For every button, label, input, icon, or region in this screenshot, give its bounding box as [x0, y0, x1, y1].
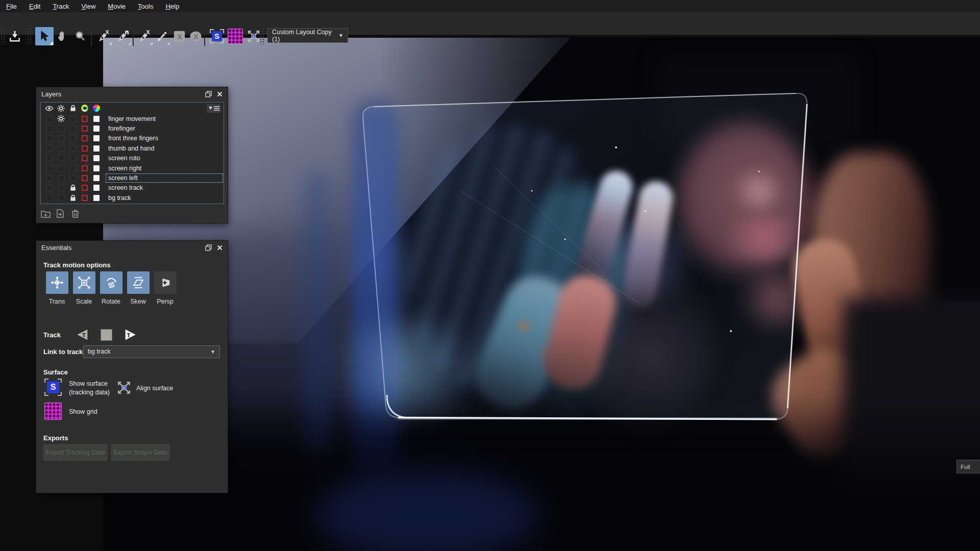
layer-matte-swatch[interactable]	[90, 114, 102, 123]
motion-scale-button[interactable]	[73, 271, 95, 294]
show-surface-label[interactable]: Show surface (tracking data)	[69, 380, 110, 397]
pan-tool-button[interactable]	[54, 27, 71, 45]
layer-row[interactable]: finger movement	[41, 114, 224, 123]
layer-gear-cell[interactable]	[55, 114, 67, 123]
show-surface-toggle[interactable]: S	[208, 27, 226, 45]
layer-gear-cell[interactable]	[55, 163, 67, 173]
menu-edit[interactable]: Edit	[29, 3, 40, 10]
create-magnetic-spline-tool-button[interactable]	[114, 27, 132, 45]
close-icon[interactable]	[217, 91, 223, 97]
show-surface-button[interactable]: S	[44, 379, 62, 396]
create-xspline-tool-button[interactable]: X	[95, 27, 112, 45]
trash-icon[interactable]	[70, 209, 80, 218]
layer-matte-swatch[interactable]	[90, 183, 102, 193]
layer-matte-swatch[interactable]	[90, 193, 102, 203]
show-grid-label[interactable]: Show grid	[69, 408, 97, 416]
layer-name[interactable]: front three fingers	[108, 135, 158, 142]
align-surface-label[interactable]: Align surface	[136, 384, 173, 393]
layer-lock-cell[interactable]	[67, 143, 79, 153]
layer-lock-cell[interactable]	[67, 123, 79, 133]
brush-tool-button[interactable]	[153, 27, 170, 45]
layer-name[interactable]: thumb and hand	[108, 145, 154, 152]
gear-icon[interactable]	[55, 105, 67, 112]
lock-icon[interactable]	[67, 105, 79, 112]
menu-file[interactable]: File	[6, 3, 17, 10]
layer-row[interactable]: forefinger	[41, 123, 224, 133]
layer-spline-color-swatch[interactable]	[79, 123, 90, 133]
layer-matte-swatch[interactable]	[90, 123, 102, 133]
layer-gear-cell[interactable]	[55, 183, 67, 193]
layer-visibility-cell[interactable]	[43, 114, 55, 123]
layer-visibility-cell[interactable]	[43, 173, 55, 183]
export-shape-data-button[interactable]: Export Shape Data	[111, 444, 169, 461]
layer-visibility-cell[interactable]	[43, 183, 55, 193]
show-grid-button[interactable]	[44, 403, 62, 420]
align-surface-button[interactable]: s	[116, 380, 132, 398]
layer-spline-color-swatch[interactable]	[79, 114, 90, 123]
layer-row[interactable]: screen left	[41, 173, 224, 183]
layer-visibility-cell[interactable]	[43, 163, 55, 173]
rect-xspline-tool-button[interactable]: X	[170, 27, 188, 45]
layers-panel-titlebar[interactable]: Layers	[36, 87, 228, 101]
motion-rotate-button[interactable]	[100, 271, 122, 294]
layer-lock-cell[interactable]	[67, 173, 79, 183]
layer-matte-swatch[interactable]	[90, 173, 102, 183]
color-wheel-icon[interactable]	[90, 105, 102, 112]
ellipse-xspline-tool-button[interactable]: X	[187, 27, 204, 45]
layer-gear-cell[interactable]	[55, 143, 67, 153]
show-grid-toggle[interactable]	[227, 27, 244, 45]
layer-row[interactable]: bg track	[41, 193, 224, 203]
layer-spline-color-swatch[interactable]	[79, 183, 90, 193]
layer-name[interactable]: forefinger	[108, 125, 135, 132]
layer-spline-color-swatch[interactable]	[79, 143, 90, 153]
viewer-canvas[interactable]	[103, 38, 980, 551]
motion-perspective-button[interactable]	[154, 271, 177, 294]
layer-lock-cell[interactable]	[67, 114, 79, 123]
menu-tools[interactable]: Tools	[138, 3, 153, 10]
layer-gear-cell[interactable]	[55, 193, 67, 203]
layer-lock-cell[interactable]	[67, 193, 79, 203]
layer-lock-cell[interactable]	[67, 183, 79, 193]
layer-name[interactable]: screen left	[108, 174, 138, 182]
new-folder-button[interactable]	[40, 209, 51, 218]
menu-view[interactable]: View	[81, 3, 95, 10]
add-xspline-tool-button[interactable]: X	[136, 27, 153, 45]
layer-matte-swatch[interactable]	[90, 134, 102, 143]
select-tool-button[interactable]	[35, 27, 54, 45]
menu-movie[interactable]: Movie	[108, 3, 126, 10]
track-forwards-button[interactable]: T	[124, 328, 139, 341]
layer-matte-swatch[interactable]	[90, 163, 102, 173]
motion-translation-button[interactable]	[46, 271, 68, 294]
layer-name[interactable]: screen right	[108, 165, 141, 172]
layer-matte-swatch[interactable]	[90, 143, 102, 153]
layer-lock-cell[interactable]	[67, 154, 79, 163]
layer-lock-cell[interactable]	[67, 163, 79, 173]
layer-visibility-cell[interactable]	[43, 123, 55, 133]
layer-visibility-cell[interactable]	[43, 143, 55, 153]
layer-spline-color-swatch[interactable]	[79, 193, 90, 203]
ring-gradient-icon[interactable]	[79, 105, 90, 112]
layer-gear-cell[interactable]	[55, 134, 67, 143]
dock-panel-icon[interactable]	[205, 91, 212, 97]
save-button[interactable]	[6, 27, 23, 45]
layer-lock-cell[interactable]	[67, 134, 79, 143]
motion-shear-button[interactable]	[127, 271, 150, 294]
layer-gear-cell[interactable]	[55, 123, 67, 133]
layer-menu-icon[interactable]	[207, 104, 221, 113]
layer-name[interactable]: screen roto	[108, 155, 140, 162]
menu-help[interactable]: Help	[165, 3, 179, 10]
layer-name[interactable]: screen track	[108, 184, 143, 191]
layer-visibility-cell[interactable]	[43, 154, 55, 163]
layer-spline-color-swatch[interactable]	[79, 173, 90, 183]
layer-row[interactable]: screen track	[41, 183, 224, 193]
menu-track[interactable]: Track	[53, 3, 69, 10]
layer-name[interactable]: finger movement	[108, 115, 156, 122]
layer-row[interactable]: screen right	[41, 163, 224, 173]
essentials-panel-titlebar[interactable]: Essentials	[36, 241, 228, 254]
layer-matte-swatch[interactable]	[90, 154, 102, 163]
track-stop-button[interactable]	[101, 329, 112, 341]
close-icon[interactable]	[217, 245, 223, 251]
layer-visibility-cell[interactable]	[43, 134, 55, 143]
link-to-track-dropdown[interactable]: bg track ▼	[83, 345, 220, 358]
new-layer-button[interactable]	[55, 209, 65, 218]
